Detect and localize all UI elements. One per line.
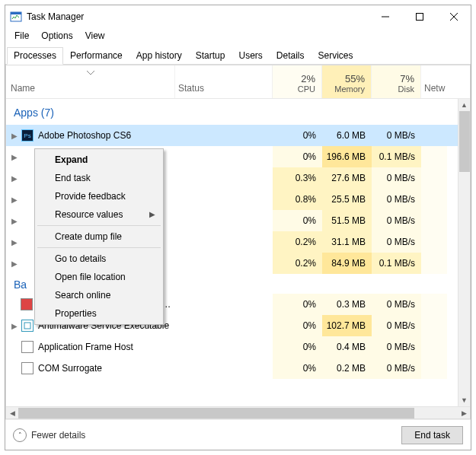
cpu-usage-total: 2% (301, 73, 315, 84)
cell-cpu: 0% (273, 125, 322, 146)
app-icon (21, 341, 34, 353)
ctx-go-to-details[interactable]: Go to details (37, 250, 161, 268)
process-row-selected[interactable]: ▶ Ps Adobe Photoshop CS6 0% 6.0 MB 0 MB/… (6, 125, 470, 146)
cell-mem: 31.1 MB (322, 231, 372, 253)
app-icon (21, 320, 34, 332)
window-title: Task Manager (27, 11, 368, 22)
titlebar: Task Manager (5, 5, 471, 28)
scroll-up-icon[interactable]: ▲ (458, 99, 471, 111)
expand-icon[interactable]: ▶ (8, 153, 21, 161)
end-task-button[interactable]: End task (401, 426, 463, 444)
col-name[interactable]: Name (6, 65, 175, 98)
cell-cpu: 0.2% (273, 231, 322, 253)
tab-details[interactable]: Details (270, 47, 311, 65)
expand-icon[interactable]: ▶ (8, 196, 21, 204)
cell-cpu: 0% (273, 210, 322, 231)
sort-indicator-icon (87, 67, 94, 78)
scroll-down-icon[interactable]: ▼ (458, 394, 471, 406)
disk-usage-total: 7% (400, 73, 414, 84)
scroll-right-icon[interactable]: ▶ (458, 407, 470, 419)
col-status[interactable]: Status (175, 65, 273, 98)
expand-icon[interactable]: ▶ (8, 174, 21, 183)
col-cpu[interactable]: 2% CPU (273, 65, 322, 98)
tab-startup[interactable]: Startup (189, 47, 232, 65)
menubar: File Options View (5, 28, 471, 43)
ctx-create-dump[interactable]: Create dump file (37, 228, 161, 246)
tabs: Processes Performance App history Startu… (5, 46, 471, 65)
cell-cpu: 0% (273, 146, 322, 167)
col-disk-label: Disk (398, 84, 414, 94)
expand-icon[interactable]: ▶ (8, 322, 21, 330)
cell-cpu: 0.2% (273, 253, 322, 274)
ctx-resource-values-label: Resource values (55, 209, 123, 220)
col-disk[interactable]: 7% Disk (372, 65, 421, 98)
cell-disk: 0 MB/s (372, 210, 421, 231)
expand-icon[interactable]: ▶ (8, 217, 21, 225)
cell-disk: 0 MB/s (372, 315, 421, 336)
svg-rect-6 (24, 323, 30, 329)
cell-cpu: 0% (273, 358, 322, 379)
scrollbar-thumb[interactable] (459, 111, 470, 172)
cell-mem: 196.6 MB (322, 146, 372, 167)
ctx-properties[interactable]: Properties (37, 304, 161, 323)
process-row[interactable]: ▶ Application Frame Host 0% 0.4 MB 0 MB/… (6, 336, 470, 358)
process-name: Adobe Photoshop CS6 (38, 130, 131, 141)
cell-disk: 0 MB/s (372, 294, 421, 315)
ctx-open-file-location[interactable]: Open file location (37, 268, 161, 286)
ctx-search-online[interactable]: Search online (37, 286, 161, 304)
col-memory-label: Memory (334, 84, 365, 94)
cell-mem: 51.5 MB (322, 210, 372, 231)
tab-performance[interactable]: Performance (63, 47, 129, 65)
window-controls (368, 6, 471, 27)
fewer-details-button[interactable]: ˄ Fewer details (13, 428, 85, 442)
cell-disk: 0.1 MB/s (372, 146, 421, 167)
tab-users[interactable]: Users (232, 47, 269, 65)
group-apps[interactable]: Apps (7) (6, 99, 470, 125)
cell-mem: 0.3 MB (322, 294, 372, 315)
col-memory[interactable]: 55% Memory (322, 65, 372, 98)
cell-cpu: 0.8% (273, 189, 322, 210)
cell-cpu: 0% (273, 315, 322, 336)
ctx-provide-feedback[interactable]: Provide feedback (37, 187, 161, 205)
task-manager-window: Task Manager File Options View Processes… (5, 5, 471, 450)
submenu-icon: ▶ (149, 210, 155, 218)
ctx-expand[interactable]: Expand (37, 151, 161, 169)
fewer-details-label: Fewer details (31, 430, 85, 441)
cell-disk: 0.1 MB/s (372, 253, 421, 274)
ctx-resource-values[interactable]: Resource values ▶ (37, 205, 161, 224)
memory-usage-total: 55% (345, 73, 365, 84)
scroll-left-icon[interactable]: ◀ (6, 407, 18, 419)
process-row[interactable]: ▶ COM Surrogate 0% 0.2 MB 0 MB/s (6, 358, 470, 379)
horizontal-scrollbar[interactable]: ◀ ▶ (6, 406, 470, 418)
maximize-button[interactable] (402, 6, 436, 27)
tab-app-history[interactable]: App history (129, 47, 189, 65)
vertical-scrollbar[interactable]: ▲ ▼ (458, 99, 470, 406)
cell-cpu: 0% (273, 294, 322, 315)
expand-icon[interactable]: ▶ (8, 259, 21, 268)
separator (37, 247, 161, 248)
expand-icon[interactable]: ▶ (8, 132, 21, 140)
chevron-up-icon: ˄ (13, 428, 27, 442)
menu-options[interactable]: Options (35, 29, 78, 43)
col-name-label: Name (11, 83, 170, 94)
scrollbar-thumb[interactable] (18, 408, 414, 418)
footer: ˄ Fewer details End task (5, 419, 471, 450)
tab-processes[interactable]: Processes (7, 47, 63, 65)
cell-disk: 0 MB/s (372, 336, 421, 358)
col-status-label: Status (178, 83, 204, 94)
tab-services[interactable]: Services (311, 47, 360, 65)
close-button[interactable] (436, 6, 471, 27)
ctx-end-task[interactable]: End task (37, 169, 161, 187)
expand-icon[interactable]: ▶ (8, 238, 21, 247)
menu-file[interactable]: File (8, 29, 35, 43)
cell-mem: 6.0 MB (322, 125, 372, 146)
svg-rect-3 (416, 14, 423, 21)
context-menu: Expand End task Provide feedback Resourc… (34, 148, 164, 325)
app-icon (21, 298, 33, 310)
minimize-button[interactable] (368, 6, 402, 27)
separator (37, 225, 161, 226)
menu-view[interactable]: View (79, 29, 111, 43)
cell-mem: 25.5 MB (322, 189, 372, 210)
col-network[interactable]: Netw (421, 65, 447, 98)
cell-mem: 27.6 MB (322, 167, 372, 189)
